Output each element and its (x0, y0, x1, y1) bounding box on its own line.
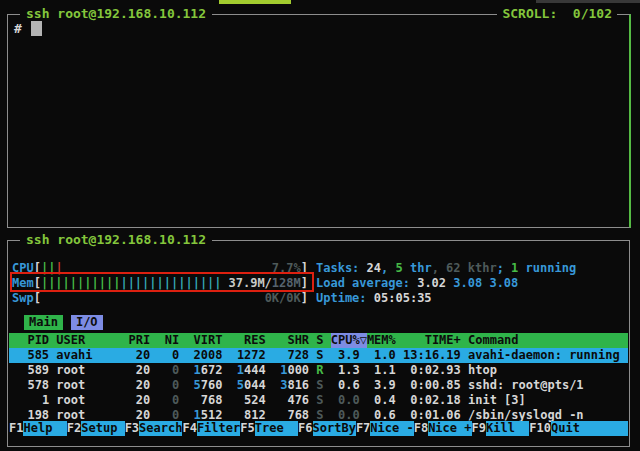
tab-main[interactable]: Main (24, 315, 63, 330)
process-state: R (316, 363, 323, 378)
scroll-indicator: SCROLL: 0/102 (497, 6, 617, 22)
col-shr[interactable]: SHR (273, 333, 309, 348)
fkey-filter-button[interactable]: Filter (197, 421, 240, 436)
process-command: avahi-daemon: running (468, 348, 628, 363)
tasks-summary: Tasks: 24, 5 thr, 62 kthr; 1 running (316, 261, 576, 276)
thread-count: 5 (395, 261, 402, 275)
top-pane-title: ssh root@192.168.10.112 (20, 6, 212, 22)
load-average: Load average: 3.02 3.08 3.08 (316, 276, 518, 291)
fkey-kill-button[interactable]: Kill (486, 421, 529, 436)
fkey-setup-button[interactable]: Setup (81, 421, 124, 436)
process-state: S (316, 348, 323, 363)
fkey-f6[interactable]: F6 (298, 421, 312, 436)
col-command[interactable]: Command (468, 333, 628, 348)
uptime: Uptime: 05:05:35 (316, 291, 432, 306)
load-5min: 3.08 (446, 276, 482, 290)
fkey-f8[interactable]: F8 (414, 421, 428, 436)
top-terminal-pane[interactable]: ssh root@192.168.10.112 SCROLL: 0/102 # (7, 14, 631, 228)
process-table-header: PID USER PRI NI VIRT RES SHR S CPU%▽ MEM… (9, 333, 628, 348)
col-ni[interactable]: NI (157, 333, 179, 348)
mem-highlight-annotation (10, 272, 314, 292)
htop-tab-bar: Main I/O (24, 315, 111, 330)
process-state: S (316, 393, 323, 408)
col-mem[interactable]: MEM% (367, 333, 396, 348)
fkey-quit-button[interactable]: Quit (551, 421, 628, 436)
fkey-f5[interactable]: F5 (240, 421, 254, 436)
process-row-selected[interactable]: 585 avahi 20 0 2008 1272 728 S 3.9 1.0 1… (9, 348, 628, 363)
fkey-search-button[interactable]: Search (139, 421, 182, 436)
load-15min: 3.08 (482, 276, 518, 290)
bottom-pane-title: ssh root@192.168.10.112 (20, 232, 212, 248)
process-row[interactable]: 589 root 20 0 1672 1444 1000 R 1.3 1.1 0… (9, 363, 628, 378)
prompt-symbol: # (14, 21, 22, 36)
fkey-tree-button[interactable]: Tree (255, 421, 298, 436)
fkey-nice-plus-button[interactable]: Nice + (428, 421, 471, 436)
col-cpu-sorted[interactable]: CPU%▽ (331, 333, 367, 348)
function-key-bar: F1Help F2Setup F3Search F4Filter F5Tree … (9, 421, 628, 436)
col-state[interactable]: S (316, 333, 323, 348)
col-pid[interactable]: PID (13, 333, 49, 348)
swap-meter-label: Swp (12, 291, 34, 306)
fkey-nice-minus-button[interactable]: Nice - (370, 421, 413, 436)
swap-meter: Swp[0K/0K] (12, 291, 308, 306)
process-command: init [3] (468, 393, 628, 408)
col-virt[interactable]: VIRT (186, 333, 222, 348)
uptime-value: 05:05:35 (374, 291, 432, 305)
fkey-f7[interactable]: F7 (356, 421, 370, 436)
fkey-sortby-button[interactable]: SortBy (313, 421, 356, 436)
fkey-f2[interactable]: F2 (67, 421, 81, 436)
terminal-cursor (31, 21, 42, 36)
shell-prompt-line: # (14, 21, 42, 36)
fkey-f9[interactable]: F9 (472, 421, 486, 436)
process-row[interactable]: 1 root 20 0 768 524 476 S 0.0 0.4 0:02.1… (9, 393, 628, 408)
col-time[interactable]: TIME+ (403, 333, 461, 348)
col-res[interactable]: RES (230, 333, 266, 348)
kthread-count: , 62 kthr (432, 261, 497, 275)
col-pri[interactable]: PRI (129, 333, 151, 348)
tasks-count: 24 (367, 261, 381, 275)
process-state: S (316, 378, 323, 393)
swap-meter-value: 0K/0K (265, 291, 301, 306)
fkey-f4[interactable]: F4 (182, 421, 196, 436)
process-command: sshd: root@pts/1 (468, 378, 628, 393)
tab-io[interactable]: I/O (71, 315, 103, 330)
fkey-f3[interactable]: F3 (125, 421, 139, 436)
process-command: htop (468, 363, 628, 378)
process-row[interactable]: 578 root 20 0 5760 5044 3816 S 0.6 3.9 0… (9, 378, 628, 393)
sort-arrow-icon: ▽ (360, 333, 367, 348)
col-user[interactable]: USER (56, 333, 121, 348)
fkey-f10[interactable]: F10 (529, 421, 551, 436)
video-progress-artifact (219, 0, 291, 4)
fkey-f1[interactable]: F1 (9, 421, 23, 436)
load-1min: 3.02 (417, 276, 446, 290)
fkey-help-button[interactable]: Help (23, 421, 66, 436)
video-bar-artifact (536, 0, 640, 3)
